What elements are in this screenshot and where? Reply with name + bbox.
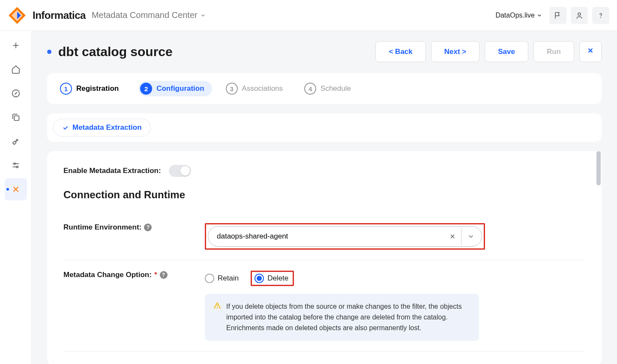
flag-button[interactable]	[549, 7, 566, 24]
subtabs: Metadata Extraction	[47, 113, 602, 142]
org-name-label: DataOps.live	[495, 12, 535, 19]
run-button: Run	[533, 41, 574, 62]
radio-row: Retain Delete	[205, 271, 585, 286]
title-left: dbt catalog source	[47, 45, 173, 59]
chevron-down-icon	[200, 12, 206, 18]
status-dot-icon	[47, 50, 51, 54]
radio-circle	[255, 274, 264, 283]
runtime-field: Runtime Environment: ?	[63, 213, 585, 260]
runtime-label: Runtime Environment: ?	[63, 223, 205, 232]
action-buttons: < Back Next > Save Run	[375, 41, 602, 62]
scrollbar[interactable]	[596, 151, 602, 364]
help-icon[interactable]: ?	[160, 271, 168, 279]
help-icon[interactable]: ?	[144, 224, 152, 231]
chevron-down-icon	[536, 12, 542, 18]
back-button[interactable]: < Back	[375, 41, 425, 62]
main-content: dbt catalog source < Back Next > Save Ru…	[32, 31, 617, 364]
svg-marker-8	[15, 92, 17, 95]
sidebar	[0, 31, 32, 364]
wrench-icon	[11, 137, 21, 146]
step-associations[interactable]: 3 Associations	[226, 83, 283, 95]
home-icon	[11, 65, 21, 74]
step-schedule[interactable]: 4 Schedule	[304, 83, 351, 95]
change-option-field: Metadata Change Option: * ? Retain	[63, 260, 585, 352]
sidebar-item-add[interactable]	[5, 34, 27, 57]
header-left: Informatica Metadata Command Center	[8, 6, 206, 25]
svg-point-13	[16, 166, 18, 168]
save-button[interactable]: Save	[485, 41, 528, 62]
app-switcher[interactable]: Metadata Command Center	[92, 10, 206, 20]
sidebar-item-home[interactable]	[5, 58, 27, 81]
active-dot-icon	[6, 188, 9, 191]
change-option-label: Metadata Change Option: * ?	[63, 271, 205, 279]
dropdown-button[interactable]	[461, 228, 480, 245]
runtime-input[interactable]	[217, 232, 444, 241]
close-icon	[449, 233, 456, 240]
radio-label: Delete	[267, 274, 288, 283]
config-card: Enable Metadata Extraction: Connection a…	[47, 151, 602, 364]
title-row: dbt catalog source < Back Next > Save Ru…	[47, 41, 602, 62]
step-num: 4	[304, 83, 316, 95]
svg-point-12	[14, 163, 15, 165]
org-switcher[interactable]: DataOps.live	[495, 12, 542, 19]
sidebar-item-source[interactable]	[5, 178, 27, 200]
step-label: Schedule	[320, 84, 351, 93]
sidebar-item-explore[interactable]	[5, 82, 27, 104]
step-label: Registration	[76, 84, 119, 93]
help-button[interactable]	[592, 7, 609, 24]
scroll-thumb[interactable]	[596, 151, 601, 185]
subtab-label: Metadata Extraction	[72, 123, 142, 132]
check-icon	[62, 124, 69, 131]
step-num: 2	[140, 83, 152, 95]
source-icon	[11, 185, 21, 194]
user-icon	[575, 12, 583, 19]
page-title: dbt catalog source	[58, 45, 173, 59]
svg-point-4	[601, 17, 601, 18]
step-label: Configuration	[156, 84, 204, 93]
step-num: 1	[60, 83, 72, 95]
step-configuration[interactable]: 2 Configuration	[138, 81, 212, 96]
runtime-control	[205, 223, 585, 250]
change-option-control: Retain Delete If you de	[205, 271, 585, 341]
close-button[interactable]	[579, 41, 602, 62]
sidebar-item-copy[interactable]	[5, 106, 27, 128]
step-num: 3	[226, 83, 238, 95]
svg-point-3	[578, 13, 581, 15]
step-label: Associations	[242, 84, 283, 93]
question-icon	[597, 12, 605, 19]
toggle-knob	[180, 166, 190, 176]
enable-toggle-row: Enable Metadata Extraction:	[63, 165, 585, 177]
warning-icon	[213, 301, 221, 333]
warning-text: If you delete objects from the source or…	[226, 301, 470, 333]
radio-circle	[205, 274, 214, 283]
app-name-label: Metadata Command Center	[92, 10, 198, 20]
copy-icon	[11, 113, 21, 122]
close-icon	[587, 47, 594, 54]
tab-metadata-extraction[interactable]: Metadata Extraction	[53, 119, 151, 137]
clear-button[interactable]	[444, 228, 461, 245]
runtime-combo[interactable]	[208, 226, 482, 247]
user-button[interactable]	[571, 7, 588, 24]
plus-icon	[11, 41, 21, 50]
flag-icon	[554, 12, 562, 19]
sidebar-item-tools[interactable]	[5, 130, 27, 152]
enable-toggle[interactable]	[169, 165, 191, 177]
sidebar-item-settings[interactable]	[5, 154, 27, 176]
svg-rect-9	[14, 116, 19, 120]
enable-label: Enable Metadata Extraction:	[63, 167, 161, 175]
informatica-logo-icon	[8, 6, 27, 25]
next-button[interactable]: Next >	[431, 41, 480, 62]
header-right: DataOps.live	[495, 7, 609, 24]
radio-label: Retain	[218, 274, 239, 283]
required-star: *	[154, 271, 157, 279]
highlight-box: Delete	[251, 271, 294, 286]
warning-box: If you delete objects from the source or…	[205, 294, 479, 341]
brand-label: Informatica	[33, 9, 86, 21]
radio-delete[interactable]: Delete	[255, 274, 288, 283]
section-title: Connection and Runtime	[63, 189, 585, 201]
sliders-icon	[11, 161, 21, 170]
highlight-box	[205, 223, 485, 250]
compass-icon	[11, 89, 21, 98]
step-registration[interactable]: 1 Registration	[60, 83, 119, 95]
radio-retain[interactable]: Retain	[205, 274, 239, 283]
